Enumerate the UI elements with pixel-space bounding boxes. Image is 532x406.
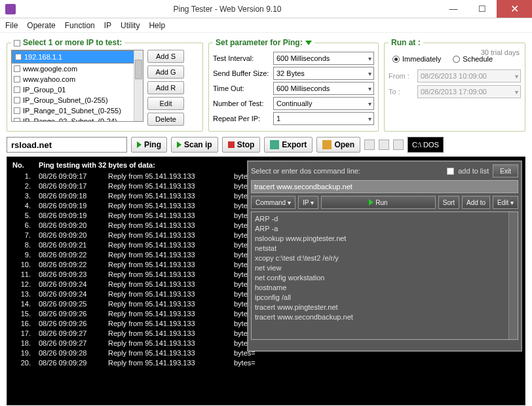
tool-icon-2[interactable] xyxy=(379,139,389,150)
dos-command-input[interactable]: tracert www.secondbackup.net xyxy=(251,180,518,193)
delete-button[interactable]: Delete xyxy=(147,113,184,126)
scan-button[interactable]: Scan ip xyxy=(171,137,218,153)
radio-icon xyxy=(453,56,460,63)
add-to-list-checkbox[interactable] xyxy=(447,168,454,175)
dos-list-item[interactable]: ipconfig /all xyxy=(255,293,514,303)
open-icon xyxy=(322,140,332,149)
result-row: 20.08/26 09:09:29Reply from 95.141.193.1… xyxy=(12,358,520,368)
stop-button[interactable]: Stop xyxy=(222,137,261,153)
trial-text: 30 trial days xyxy=(481,48,520,56)
dos-list-item[interactable]: tracert www.secondbackup.net xyxy=(255,312,514,322)
play-icon xyxy=(137,141,142,148)
repeat-select[interactable]: 1 xyxy=(273,112,374,125)
export-icon xyxy=(270,140,279,149)
to-datetime[interactable]: 08/26/2013 17:09:00 xyxy=(417,85,521,98)
panel-parameters: Set parameter for Ping: Test Interval:60… xyxy=(208,38,379,132)
panel3-legend: Run at : xyxy=(389,38,423,47)
app-icon xyxy=(5,4,16,14)
ip-checkbox[interactable] xyxy=(14,76,20,83)
stop-icon xyxy=(228,141,235,148)
dos-list-item[interactable]: hostname xyxy=(255,283,514,293)
interval-select[interactable]: 600 Milliseconds xyxy=(273,52,374,65)
dos-command-list[interactable]: ARP -dARP -anslookup www.pingtester.netn… xyxy=(251,212,518,340)
add-s-button[interactable]: Add S xyxy=(147,50,184,63)
from-datetime[interactable]: 08/26/2013 10:09:00 xyxy=(417,69,521,83)
col-no: No. xyxy=(12,161,31,169)
buffer-select[interactable]: 32 Bytes xyxy=(273,67,374,80)
dos-list-item[interactable]: nslookup www.pingtester.net xyxy=(255,234,514,244)
add-r-button[interactable]: Add R xyxy=(147,81,184,94)
panel2-legend: Set parameter for Ping: xyxy=(216,38,303,47)
addto-button[interactable]: Add to xyxy=(462,196,490,209)
exit-button[interactable]: Exit xyxy=(493,164,518,177)
menu-operate[interactable]: Operate xyxy=(27,21,55,30)
dos-list-item[interactable]: tracert www.pingtester.net xyxy=(255,303,514,312)
dos-icon: C:\ xyxy=(412,141,421,149)
ip-checkbox[interactable] xyxy=(14,118,20,122)
dos-list-item[interactable]: ARP -a xyxy=(255,224,514,234)
dos-list-item[interactable]: ARP -d xyxy=(255,214,514,224)
dos-list-item[interactable]: net config workstation xyxy=(255,273,514,283)
tool-icon-3[interactable] xyxy=(393,139,404,150)
menu-utility[interactable]: Utility xyxy=(121,21,140,30)
ip-checkbox[interactable] xyxy=(14,97,20,103)
panel1-legend: Select 1 or more IP to test: xyxy=(23,38,122,47)
lbl-timeout: Time Out: xyxy=(213,84,273,92)
ip-list-scrollbar[interactable] xyxy=(134,50,143,121)
play-icon xyxy=(177,141,181,148)
dos-prompt: Select or enter dos command line: xyxy=(251,167,443,175)
ping-button[interactable]: Ping xyxy=(131,137,167,153)
run-button[interactable]: Run xyxy=(321,196,436,209)
ip-checkbox[interactable] xyxy=(14,86,20,93)
close-button[interactable]: ✕ xyxy=(497,0,532,18)
menubar: File Operate Function IP Utility Help xyxy=(0,18,532,33)
menu-file[interactable]: File xyxy=(5,21,18,30)
export-button[interactable]: Export xyxy=(264,137,313,153)
maximize-button[interactable]: ☐ xyxy=(468,0,497,18)
toolbar: rsload.net Ping Scan ip Stop Export Open… xyxy=(0,136,532,157)
chevron-down-icon[interactable] xyxy=(305,41,312,45)
menu-function[interactable]: Function xyxy=(65,21,95,30)
timeout-select[interactable]: 600 Milliseconds xyxy=(273,82,374,95)
menu-help[interactable]: Help xyxy=(149,21,165,30)
dos-list-scrollbar[interactable] xyxy=(508,212,518,339)
dos-list-item[interactable]: xcopy c:\test d:\test2 /e/r/y xyxy=(255,253,514,263)
add-g-button[interactable]: Add G xyxy=(147,65,184,79)
radio-icon xyxy=(392,56,400,63)
ip-item: IP_Group_Subnet_(0-255) xyxy=(12,95,143,105)
lbl-interval: Test Interval: xyxy=(213,54,273,62)
sort-button[interactable]: Sort xyxy=(438,196,459,209)
ip-item: 192.168.1.1 xyxy=(12,50,143,64)
add-to-list-label: add to list xyxy=(458,167,489,175)
edit-dropdown[interactable]: Edit ▾ xyxy=(493,196,518,209)
select-all-checkbox[interactable] xyxy=(14,40,20,46)
dos-list-item[interactable]: net view xyxy=(255,263,514,273)
menu-ip[interactable]: IP xyxy=(104,21,111,30)
ip-checkbox[interactable] xyxy=(15,54,22,60)
lbl-repeat: Repeat Per IP: xyxy=(213,115,273,122)
open-button[interactable]: Open xyxy=(316,137,360,153)
ip-item: IP_Range_02_Subnet_(0-24) xyxy=(12,116,143,122)
ip-item: IP_Range_01_Subnet_(0-255) xyxy=(12,105,143,116)
col-header-text: Ping testing with 32 bytes of data: xyxy=(39,161,155,169)
ip-item: IP_Group_01 xyxy=(12,84,143,95)
radio-immediately[interactable]: Immediately xyxy=(392,55,441,63)
window-title: Ping Tester - Web Version 9.10 xyxy=(16,5,439,14)
lbl-numtest: Number of Test: xyxy=(213,100,273,107)
minimize-button[interactable]: — xyxy=(439,0,468,18)
numtest-select[interactable]: Continually xyxy=(273,97,374,110)
ip-dropdown[interactable]: IP ▾ xyxy=(298,196,318,209)
tool-icon-1[interactable] xyxy=(364,139,375,150)
to-label: To : xyxy=(389,88,413,96)
dos-button[interactable]: C:\DOS xyxy=(408,137,444,153)
ip-listbox[interactable]: 192.168.1.1 www.google.com www.yahoo.com… xyxy=(11,50,143,122)
dos-panel: Select or enter dos command line: add to… xyxy=(247,160,522,352)
domain-input[interactable]: rsload.net xyxy=(7,137,127,153)
ip-checkbox[interactable] xyxy=(14,107,20,114)
ip-item: www.yahoo.com xyxy=(12,74,143,84)
edit-button[interactable]: Edit xyxy=(147,97,184,110)
command-dropdown[interactable]: Command ▾ xyxy=(251,196,295,209)
ip-item: www.google.com xyxy=(12,64,143,74)
ip-checkbox[interactable] xyxy=(14,65,20,72)
dos-list-item[interactable]: netstat xyxy=(255,244,514,253)
